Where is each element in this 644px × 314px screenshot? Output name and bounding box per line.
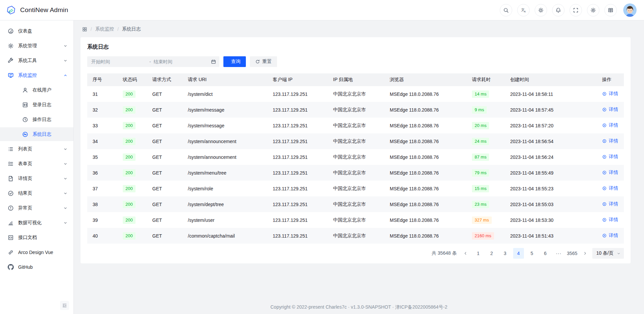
page-size-value: 10 条/页 — [596, 250, 613, 256]
detail-link[interactable]: 详情 — [602, 185, 618, 191]
detail-link[interactable]: 详情 — [602, 122, 618, 128]
end-time-input[interactable] — [154, 59, 209, 64]
sidebar-item-list-page[interactable]: 列表页 — [0, 142, 73, 156]
form-icon — [8, 161, 14, 167]
notification-button[interactable] — [552, 4, 565, 16]
id-cell: 36 — [87, 165, 117, 181]
sidebar-item-detail-page[interactable]: 详情页 — [0, 172, 73, 185]
sidebar-item-github[interactable]: GitHub — [0, 260, 73, 274]
created-cell: 2023-11-04 18:56:54 — [505, 133, 597, 149]
ip-cell: 123.117.129.251 — [267, 149, 328, 165]
status-badge: 200 — [123, 90, 136, 98]
browser-cell: MSEdge 118.0.2088.76 — [384, 181, 467, 196]
pagination-page-1[interactable]: 1 — [473, 248, 484, 259]
fullscreen-button[interactable] — [570, 4, 582, 16]
detail-link[interactable]: 详情 — [602, 154, 618, 160]
detail-link[interactable]: 详情 — [602, 233, 618, 239]
chevron-down-icon — [63, 177, 67, 181]
sidebar-item-dashboard[interactable]: 仪表盘 — [0, 24, 73, 38]
search-button[interactable]: 查询 — [223, 56, 246, 67]
status-badge: 200 — [123, 201, 136, 208]
method-cell: GET — [147, 133, 182, 149]
search-button[interactable] — [500, 4, 512, 16]
sidebar-item-online-users[interactable]: 在线用户 — [0, 83, 73, 97]
sidebar-item-system-management[interactable]: 系统管理 — [0, 39, 73, 53]
pagination-prev-button[interactable] — [461, 248, 470, 259]
status-cell: 200 — [117, 133, 147, 149]
pagination-page-4[interactable]: 4 — [513, 248, 524, 259]
actions-cell: 详情 — [597, 196, 624, 212]
sidebar-item-label: 操作日志 — [33, 117, 67, 123]
sidebar-item-operation-log[interactable]: 操作日志 — [0, 113, 73, 126]
theme-light-button[interactable] — [535, 4, 547, 16]
detail-link[interactable]: 详情 — [602, 170, 618, 176]
pagination-page-6[interactable]: 6 — [540, 248, 551, 259]
table-row: 35200GET/system/announcement123.117.129.… — [87, 149, 624, 165]
settings-button[interactable] — [587, 4, 599, 16]
breadcrumb-item-system-monitor[interactable]: 系统监控 — [95, 26, 114, 32]
created-cell: 2023-11-04 18:57:20 — [505, 118, 597, 133]
status-cell: 200 — [117, 181, 147, 196]
detail-link[interactable]: 详情 — [602, 138, 618, 144]
sidebar-item-form-page[interactable]: 表单页 — [0, 157, 73, 171]
sidebar-item-system-tools[interactable]: 系统工具 — [0, 54, 73, 67]
chevron-down-icon — [63, 147, 67, 151]
settings-icon — [590, 7, 596, 13]
translate-button[interactable]: 文A — [517, 4, 530, 16]
pagination-ellipsis[interactable]: ··· — [553, 248, 564, 259]
elapsed-badge: 20 ms — [472, 122, 489, 129]
sidebar-item-label: 表单页 — [18, 161, 63, 167]
sidebar-item-result-page[interactable]: 结果页 — [0, 186, 73, 200]
pagination-page-5[interactable]: 5 — [527, 248, 537, 259]
page-size-select[interactable]: 10 条/页 — [592, 248, 624, 259]
pagination-page-3[interactable]: 3 — [500, 248, 511, 259]
translate-icon: 文A — [521, 7, 526, 13]
ip-cell: 123.117.129.251 — [267, 228, 328, 244]
elapsed-badge: 9 ms — [472, 106, 487, 114]
sidebar-item-login-log[interactable]: 登录日志 — [0, 98, 73, 112]
sidebar-item-arco-design-vue[interactable]: Arco Design Vue — [0, 245, 73, 259]
method-cell: GET — [147, 181, 182, 196]
app-header: ContiNew Admin 文A — [0, 0, 644, 20]
sidebar-item-data-visualization[interactable]: 数据可视化 — [0, 216, 73, 230]
actions-cell: 详情 — [597, 133, 624, 149]
calendar-icon[interactable] — [211, 59, 216, 64]
created-cell: 2023-11-04 18:57:45 — [505, 102, 597, 118]
elapsed-cell: 9 ms — [467, 102, 505, 118]
pagination-page-3565[interactable]: 3565 — [567, 248, 578, 259]
detail-link[interactable]: 详情 — [602, 107, 618, 113]
detail-link-label: 详情 — [609, 185, 618, 191]
breadcrumb: / 系统监控 / 系统日志 — [74, 20, 644, 37]
detail-link[interactable]: 详情 — [602, 217, 618, 223]
uri-cell: /system/menu/tree — [182, 165, 267, 181]
chevron-down-icon — [617, 252, 621, 255]
detail-link-label: 详情 — [609, 122, 618, 128]
eye-icon — [602, 123, 607, 128]
pagination-next-button[interactable] — [580, 248, 590, 259]
start-time-input[interactable] — [91, 59, 147, 64]
id-cell: 33 — [87, 118, 117, 133]
sidebar-item-label: 列表页 — [18, 146, 63, 152]
list-icon — [8, 146, 14, 152]
ip-cell: 123.117.129.251 — [267, 118, 328, 133]
avatar[interactable] — [623, 3, 637, 17]
monitor-icon — [8, 72, 14, 78]
sidebar-item-system-monitor[interactable]: 系统监控 — [0, 68, 73, 82]
apps-grid-icon[interactable] — [82, 27, 87, 32]
sidebar-item-exception-page[interactable]: 异常页 — [0, 201, 73, 215]
detail-link-label: 详情 — [609, 233, 618, 239]
date-range-picker[interactable]: - — [87, 56, 219, 67]
sidebar-item-api-doc[interactable]: 接口文档 — [0, 231, 73, 244]
detail-link[interactable]: 详情 — [602, 201, 618, 207]
detail-link[interactable]: 详情 — [602, 91, 618, 97]
collapse-sidebar-button[interactable] — [60, 301, 69, 310]
id-cell: 32 — [87, 102, 117, 118]
reset-button[interactable]: 重置 — [250, 56, 277, 67]
sidebar-item-system-log[interactable]: 系统日志 — [0, 127, 73, 141]
breadcrumb-item-system-log: 系统日志 — [122, 26, 141, 32]
docs-button[interactable] — [604, 4, 617, 16]
pagination-page-2[interactable]: 2 — [486, 248, 497, 259]
id-cell: 40 — [87, 228, 117, 244]
app-logo[interactable]: ContiNew Admin — [6, 5, 68, 15]
ip-cell: 123.117.129.251 — [267, 133, 328, 149]
